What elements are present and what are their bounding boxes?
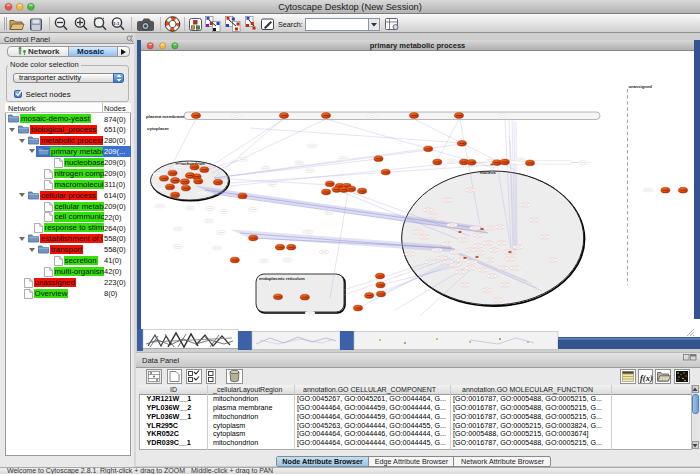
svg-text:1:1: 1:1 — [113, 21, 120, 26]
svg-text:cytoplasm: cytoplasm — [147, 126, 169, 131]
svg-text:endoplasmic reticulum: endoplasmic reticulum — [259, 276, 305, 281]
svg-text:Search:: Search: — [278, 20, 303, 29]
svg-text:unassigned: unassigned — [629, 84, 653, 89]
svg-text:f(x): f(x) — [640, 373, 653, 383]
svg-text:plasma membrane: plasma membrane — [146, 114, 185, 119]
svg-text:nucleus: nucleus — [480, 170, 496, 175]
